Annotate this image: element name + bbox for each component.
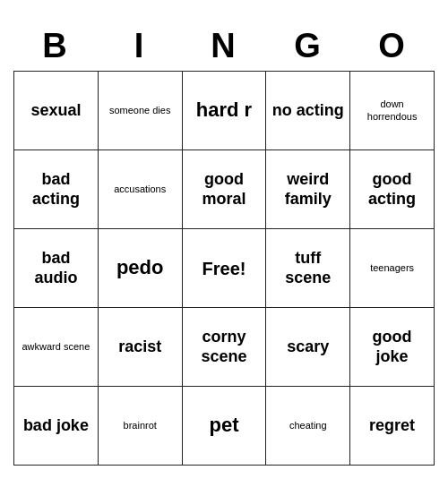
bingo-letter-o: O <box>350 21 435 71</box>
cell-2-1: pedo <box>98 229 182 308</box>
cell-0-3: no acting <box>266 72 350 150</box>
cell-4-0: bad joke <box>14 387 99 466</box>
cell-3-0: awkward scene <box>14 308 99 387</box>
cell-0-2: hard r <box>182 72 266 150</box>
cell-1-3: weird family <box>266 150 350 229</box>
bingo-letter-n: N <box>182 21 266 71</box>
cell-2-0: bad audio <box>14 229 99 308</box>
cell-4-4: regret <box>350 387 435 466</box>
cell-2-3: tuff scene <box>266 229 350 308</box>
cell-3-3: scary <box>266 308 350 387</box>
cell-1-4: good acting <box>350 150 435 229</box>
cell-2-2: Free! <box>182 229 266 308</box>
cell-1-2: good moral <box>182 150 266 229</box>
cell-4-2: pet <box>182 387 266 466</box>
bingo-letter-g: G <box>266 21 350 71</box>
cell-3-1: racist <box>98 308 182 387</box>
cell-4-1: brainrot <box>98 387 182 466</box>
bingo-letter-i: I <box>98 21 182 71</box>
bingo-letter-b: B <box>13 21 98 71</box>
cell-3-4: good joke <box>350 308 435 387</box>
cell-3-2: corny scene <box>182 308 266 387</box>
cell-0-4: down horrendous <box>350 72 435 150</box>
cell-4-3: cheating <box>266 387 350 466</box>
bingo-header: B I N G O <box>13 21 435 71</box>
cell-1-0: bad acting <box>14 150 99 229</box>
bingo-grid: sexualsomeone dieshard rno actingdown ho… <box>13 71 435 466</box>
cell-2-4: teenagers <box>350 229 435 308</box>
cell-1-1: accusations <box>98 150 182 229</box>
cell-0-1: someone dies <box>98 72 182 150</box>
cell-0-0: sexual <box>14 72 99 150</box>
